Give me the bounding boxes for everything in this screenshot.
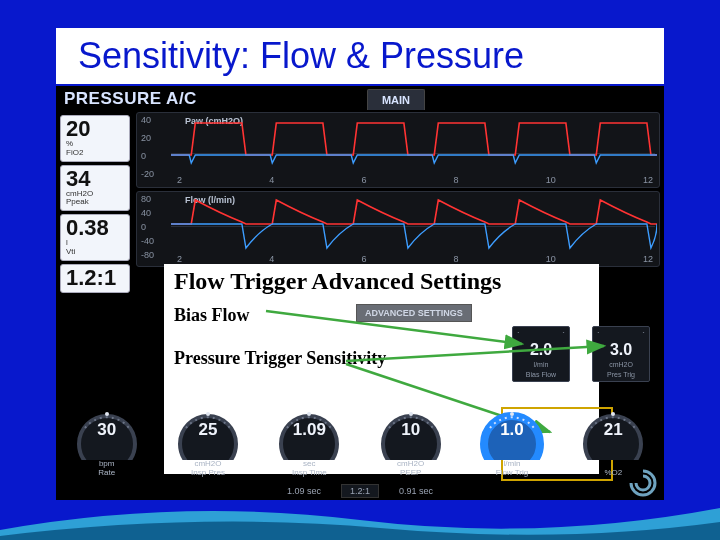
tile-vti[interactable]: 0.38 l Vti [60,214,130,261]
adv-pres-trig[interactable]: `` 3.0 cmH2O Pres Trig [592,326,650,382]
tile-fio2[interactable]: 20 % FiO2 [60,115,130,162]
flow-yticks: 80 40 0 -40 -80 [141,192,169,266]
left-tile-column: 20 % FiO2 34 cmH2O Ppeak 0.38 l Vti 1.2:… [56,112,134,296]
knob-row: 30 bpm Rate 25 cmH2O Insp Pres 1.09 sec … [56,394,664,482]
slide-title: Sensitivity: Flow & Pressure [78,35,524,77]
overlay-heading: Flow Trigger Advanced Settings [174,268,589,295]
ventilator-screen: PRESSURE A/C MAIN 20 % FiO2 34 cmH2O Ppe… [56,86,664,500]
tab-advanced-settings[interactable]: ADVANCED SETTINGS [356,304,472,322]
mode-row: PRESSURE A/C MAIN [56,86,664,112]
paw-xticks: 24 68 1012 [177,175,653,185]
tab-main[interactable]: MAIN [367,89,425,110]
slide-root: Sensitivity: Flow & Pressure PRESSURE A/… [0,0,720,540]
flow-xticks: 24 68 1012 [177,254,653,264]
waveform-area: Paw (cmH2O) 40 20 0 -20 24 68 1012 [136,112,660,270]
exp-time-readout: 0.91 sec [399,486,433,496]
advanced-settings-boxes: `` 2.0 l/min Bias Flow `` 3.0 cmH2O Pres… [512,326,650,382]
wave-flow: Flow (l/min) 80 40 0 -40 -80 24 68 1012 [136,191,660,267]
bottom-meta: 1.09 sec 1.2:1 0.91 sec [56,482,664,500]
tile-ratio[interactable]: 1.2:1 [60,264,130,293]
tile-ppeak[interactable]: 34 cmH2O Ppeak [60,165,130,212]
knob-rate[interactable]: 30 bpm Rate [56,394,157,482]
knob-peep[interactable]: 10 cmH2O PEEP [360,394,461,482]
knob-insp-pres[interactable]: 25 cmH2O Insp Pres [157,394,258,482]
wave-paw: Paw (cmH2O) 40 20 0 -20 24 68 1012 [136,112,660,188]
adv-bias-flow[interactable]: `` 2.0 l/min Bias Flow [512,326,570,382]
ie-ratio-readout: 1.2:1 [341,484,379,498]
paw-yticks: 40 20 0 -20 [141,113,169,187]
knob-insp-time[interactable]: 1.09 sec Insp Time [259,394,360,482]
insp-time-readout: 1.09 sec [287,486,321,496]
swirl-icon [628,468,658,498]
title-band: Sensitivity: Flow & Pressure [56,28,664,84]
knob-flow-trig[interactable]: 1.0 l/min Flow Trig [461,394,562,482]
mode-label: PRESSURE A/C [56,89,197,109]
